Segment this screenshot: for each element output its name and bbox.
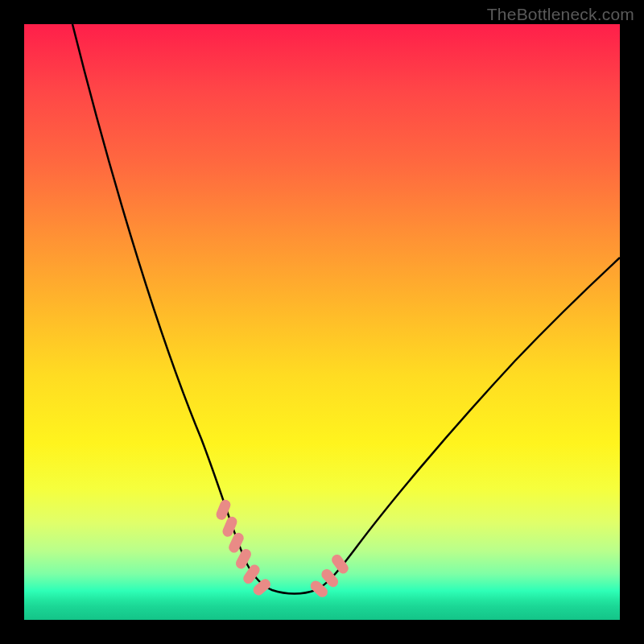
- watermark-text: TheBottleneck.com: [487, 5, 634, 24]
- svg-rect-8: [330, 552, 351, 576]
- right-knot-cluster: [308, 552, 350, 599]
- svg-rect-5: [251, 577, 273, 597]
- bottleneck-curve: [72, 24, 620, 594]
- bottleneck-curve-svg: [24, 24, 620, 620]
- chart-frame: [24, 24, 620, 620]
- left-knot-cluster: [215, 498, 273, 597]
